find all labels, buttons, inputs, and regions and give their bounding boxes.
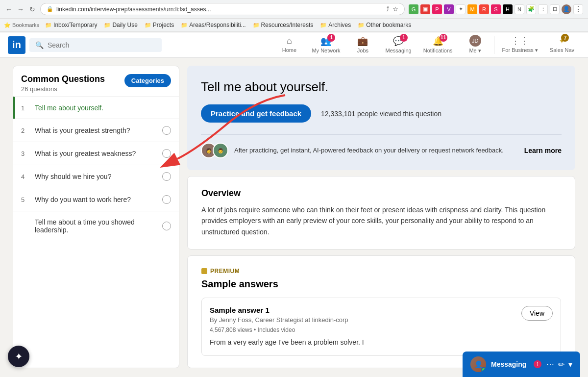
refresh-button[interactable]: ↻ — [28, 5, 36, 13]
user-avatar[interactable]: 👤 — [562, 4, 571, 14]
nav-business[interactable]: ⋮⋮ For Business ▾ — [496, 32, 544, 58]
nav-divider — [494, 36, 494, 54]
folder-icon: 📁 — [181, 22, 188, 28]
back-button[interactable]: ← — [5, 5, 13, 13]
bookmark-archives[interactable]: 📁 Archives — [317, 21, 354, 29]
bookmark-projects[interactable]: 📁 Projects — [142, 21, 177, 29]
ext-icon-1[interactable]: G — [409, 4, 418, 14]
ext-icon-puzzle[interactable]: 🧩 — [526, 4, 536, 14]
floating-action-button[interactable]: ✦ — [8, 346, 29, 367]
nav-notifications[interactable]: 🔔11 Notifications — [417, 32, 459, 58]
nav-home-label: Home — [282, 47, 296, 53]
bookmark-other[interactable]: 📁 Other bookmarks — [355, 21, 414, 29]
question-item-1[interactable]: 1 Tell me about yourself. — [13, 97, 179, 119]
nav-network-label: My Network — [312, 48, 340, 53]
bookmark-daily-use[interactable]: 📁 Daily Use — [101, 21, 140, 29]
salesnav-badge: 7 — [561, 34, 569, 42]
bookmark-inbox-label: Inbox/Temporary — [53, 22, 97, 28]
feedback-avatars: 👩 👨 — [201, 143, 228, 158]
folder-icon: 📁 — [320, 22, 327, 28]
ext-icon-7[interactable]: R — [479, 4, 489, 14]
messaging-icon: 💬1 — [393, 36, 404, 47]
learn-more-button[interactable]: Learn more — [524, 147, 562, 154]
question-number-3: 3 — [21, 150, 31, 157]
question-text-5: Why do you want to work here? — [35, 196, 162, 203]
nav-business-label: For Business ▾ — [502, 47, 538, 53]
ext-icon-4[interactable]: V — [444, 4, 454, 14]
ext-icon-layout[interactable]: ⊡ — [550, 4, 560, 14]
folder-icon: 📁 — [145, 22, 151, 28]
forward-button[interactable]: → — [17, 5, 24, 13]
feedback-section: 👩 👨 After practicing, get instant, AI-po… — [201, 134, 562, 158]
practice-button[interactable]: Practice and get feedback — [201, 104, 311, 123]
question-detail-panel: Tell me about yourself. Practice and get… — [187, 66, 575, 368]
sample-answer-title: Sample answer 1 — [210, 306, 553, 314]
nav-jobs[interactable]: 💼 Jobs — [346, 32, 379, 58]
nav-me[interactable]: JD Me ▾ — [459, 32, 492, 58]
search-icon: 🔍 — [35, 41, 44, 49]
nav-messaging-label: Messaging — [385, 48, 411, 53]
url-text: linkedin.com/interview-prep/assessments/… — [56, 6, 211, 13]
linkedin-logo[interactable]: in — [8, 36, 25, 54]
bookmark-resources-label: Resources/Interests — [261, 22, 314, 28]
question-item-5[interactable]: 5 Why do you want to work here? — [13, 188, 179, 211]
nav-salesnav-label: Sales Nav — [550, 47, 574, 53]
share-icon[interactable]: ⤴ — [386, 5, 390, 13]
premium-label: PREMIUM — [201, 268, 561, 275]
messaging-avatar: 👤 — [470, 356, 486, 372]
premium-icon — [201, 268, 207, 274]
nav-jobs-label: Jobs — [357, 48, 368, 53]
nav-home[interactable]: ⌂ Home — [272, 32, 306, 58]
question-text-2: What is your greatest strength? — [35, 126, 162, 134]
messaging-title: Messaging — [491, 360, 529, 368]
nav-network[interactable]: 👥1 My Network — [306, 32, 346, 58]
messaging-collapse-button[interactable]: ▾ — [568, 360, 572, 369]
messaging-online-indicator — [481, 367, 486, 372]
view-answer-button[interactable]: View — [521, 306, 553, 321]
bookmarks-bar: ⭐ Bookmarks 📁 Inbox/Temporary 📁 Daily Us… — [0, 19, 588, 32]
question-main-title: Tell me about yourself. — [201, 79, 562, 95]
question-number-2: 2 — [21, 127, 31, 134]
annotation-container: Tell me about yourself. Practice and get… — [187, 66, 575, 170]
bookmark-resources[interactable]: 📁 Resources/Interests — [250, 21, 317, 29]
views-count: 12,333,101 people viewed this question — [321, 110, 441, 118]
question-item-3[interactable]: 3 What is your greatest weakness? — [13, 142, 179, 165]
feedback-description: After practicing, get instant, AI-powere… — [234, 146, 518, 155]
browser-url-bar[interactable]: 🔒 linkedin.com/interview-prep/assessment… — [40, 3, 405, 15]
jobs-icon: 💼 — [357, 36, 368, 47]
ext-icon-10[interactable]: N — [514, 4, 524, 14]
question-number-5: 5 — [21, 196, 31, 203]
bookmark-inbox[interactable]: 📁 Inbox/Temporary — [42, 21, 100, 29]
ext-icon-6[interactable]: M — [467, 4, 477, 14]
browser-chrome: ← → ↻ 🔒 linkedin.com/interview-prep/asse… — [0, 0, 588, 32]
bookmark-daily-use-label: Daily Use — [112, 22, 137, 28]
ext-icon-menu[interactable]: ⋮ — [538, 4, 548, 14]
question-item-2[interactable]: 2 What is your greatest strength? — [13, 119, 179, 142]
search-bar[interactable]: 🔍 — [29, 38, 162, 52]
network-icon: 👥1 — [320, 36, 331, 47]
sample-answers-title: Sample answers — [201, 278, 561, 290]
ext-icon-3[interactable]: P — [432, 4, 442, 14]
search-input[interactable] — [48, 41, 156, 49]
messaging-bar[interactable]: 👤 Messaging 1 ⋯ ✏ ▾ — [463, 352, 580, 376]
nav-salesnav[interactable]: ✦7 Sales Nav — [544, 32, 580, 58]
bookmark-areas[interactable]: 📁 Areas/Responsibiliti... — [178, 21, 248, 29]
ext-icon-2[interactable]: ▣ — [420, 4, 430, 14]
messaging-compose-button[interactable]: ✏ — [558, 360, 564, 369]
messaging-more-button[interactable]: ⋯ — [546, 360, 554, 369]
ext-icon-5[interactable]: ✦ — [456, 4, 466, 14]
overview-card: Overview A lot of jobs require someone w… — [187, 176, 575, 250]
question-item-4[interactable]: 4 Why should we hire you? — [13, 165, 179, 188]
ext-icon-9[interactable]: H — [503, 4, 513, 14]
linkedin-header: in 🔍 ⌂ Home 👥1 My Network 💼 Jobs 💬1 Mess… — [0, 32, 588, 58]
browser-menu[interactable]: ⋮ — [573, 4, 583, 14]
question-item-6[interactable]: Tell me about a time you showed leadersh… — [13, 211, 179, 241]
messaging-unread-badge: 1 — [534, 360, 541, 368]
categories-button[interactable]: Categories — [124, 74, 171, 87]
main-content: Common Questions 26 questions Categories… — [5, 58, 583, 376]
ext-icon-8[interactable]: S — [491, 4, 501, 14]
folder-icon: 📁 — [45, 22, 52, 28]
nav-messaging[interactable]: 💬1 Messaging — [379, 32, 417, 58]
star-icon[interactable]: ☆ — [392, 5, 398, 13]
nav-me-label: Me ▾ — [469, 48, 481, 54]
